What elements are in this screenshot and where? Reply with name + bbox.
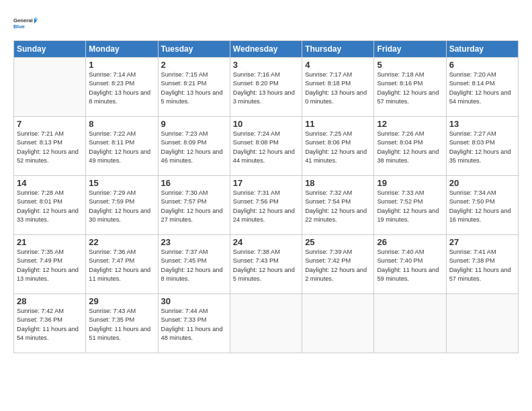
svg-text:Blue: Blue — [13, 24, 25, 30]
day-number: 17 — [233, 178, 299, 188]
calendar-week-1: 1Sunrise: 7:14 AM Sunset: 8:23 PM Daylig… — [14, 58, 519, 117]
day-number: 26 — [377, 237, 443, 247]
svg-text:General: General — [13, 17, 33, 24]
day-number: 11 — [305, 119, 371, 129]
day-info: Sunrise: 7:33 AM Sunset: 7:52 PM Dayligh… — [377, 189, 443, 224]
day-number: 21 — [17, 237, 83, 247]
day-info: Sunrise: 7:28 AM Sunset: 8:01 PM Dayligh… — [17, 189, 83, 224]
calendar-cell: 29Sunrise: 7:43 AM Sunset: 7:35 PM Dayli… — [86, 294, 158, 353]
day-number: 18 — [305, 178, 371, 188]
calendar-cell: 28Sunrise: 7:42 AM Sunset: 7:36 PM Dayli… — [14, 294, 86, 353]
calendar-cell: 12Sunrise: 7:26 AM Sunset: 8:04 PM Dayli… — [374, 117, 446, 176]
logo: GeneralBlue — [13, 11, 38, 35]
day-info: Sunrise: 7:18 AM Sunset: 8:16 PM Dayligh… — [377, 71, 443, 106]
day-info: Sunrise: 7:43 AM Sunset: 7:35 PM Dayligh… — [89, 307, 154, 342]
calendar-cell — [302, 294, 374, 353]
calendar-cell: 14Sunrise: 7:28 AM Sunset: 8:01 PM Dayli… — [14, 176, 86, 235]
day-info: Sunrise: 7:40 AM Sunset: 7:40 PM Dayligh… — [377, 248, 443, 283]
day-info: Sunrise: 7:36 AM Sunset: 7:47 PM Dayligh… — [89, 248, 154, 283]
calendar-cell: 9Sunrise: 7:23 AM Sunset: 8:09 PM Daylig… — [158, 117, 230, 176]
day-info: Sunrise: 7:39 AM Sunset: 7:42 PM Dayligh… — [305, 248, 371, 283]
calendar-cell: 6Sunrise: 7:20 AM Sunset: 8:14 PM Daylig… — [446, 58, 518, 117]
calendar-cell — [446, 294, 518, 353]
day-number: 4 — [305, 60, 371, 70]
day-info: Sunrise: 7:42 AM Sunset: 7:36 PM Dayligh… — [17, 307, 83, 342]
calendar-cell — [374, 294, 446, 353]
day-info: Sunrise: 7:21 AM Sunset: 8:13 PM Dayligh… — [17, 130, 83, 165]
day-number: 6 — [449, 60, 515, 70]
calendar-cell: 8Sunrise: 7:22 AM Sunset: 8:11 PM Daylig… — [86, 117, 158, 176]
calendar-cell: 11Sunrise: 7:25 AM Sunset: 8:06 PM Dayli… — [302, 117, 374, 176]
calendar-week-2: 7Sunrise: 7:21 AM Sunset: 8:13 PM Daylig… — [14, 117, 519, 176]
calendar-cell: 5Sunrise: 7:18 AM Sunset: 8:16 PM Daylig… — [374, 58, 446, 117]
day-number: 20 — [449, 178, 515, 188]
day-info: Sunrise: 7:37 AM Sunset: 7:45 PM Dayligh… — [161, 248, 227, 283]
calendar-cell: 17Sunrise: 7:31 AM Sunset: 7:56 PM Dayli… — [230, 176, 302, 235]
day-number: 27 — [449, 237, 515, 247]
day-number: 24 — [233, 237, 299, 247]
calendar-cell: 23Sunrise: 7:37 AM Sunset: 7:45 PM Dayli… — [158, 235, 230, 294]
day-number: 3 — [233, 60, 299, 70]
day-info: Sunrise: 7:14 AM Sunset: 8:23 PM Dayligh… — [89, 71, 154, 106]
day-info: Sunrise: 7:23 AM Sunset: 8:09 PM Dayligh… — [161, 130, 227, 165]
calendar-cell — [14, 58, 86, 117]
col-header-thursday: Thursday — [302, 41, 374, 58]
day-number: 23 — [161, 237, 227, 247]
day-number: 12 — [377, 119, 443, 129]
day-info: Sunrise: 7:16 AM Sunset: 8:20 PM Dayligh… — [233, 71, 299, 106]
calendar-week-3: 14Sunrise: 7:28 AM Sunset: 8:01 PM Dayli… — [14, 176, 519, 235]
day-number: 16 — [161, 178, 227, 188]
col-header-sunday: Sunday — [14, 41, 86, 58]
col-header-tuesday: Tuesday — [158, 41, 230, 58]
day-info: Sunrise: 7:24 AM Sunset: 8:08 PM Dayligh… — [233, 130, 299, 165]
day-number: 14 — [17, 178, 83, 188]
day-number: 8 — [89, 119, 154, 129]
calendar-cell: 26Sunrise: 7:40 AM Sunset: 7:40 PM Dayli… — [374, 235, 446, 294]
calendar-cell: 18Sunrise: 7:32 AM Sunset: 7:54 PM Dayli… — [302, 176, 374, 235]
day-number: 1 — [89, 60, 154, 70]
calendar-cell: 3Sunrise: 7:16 AM Sunset: 8:20 PM Daylig… — [230, 58, 302, 117]
day-info: Sunrise: 7:31 AM Sunset: 7:56 PM Dayligh… — [233, 189, 299, 224]
day-number: 30 — [161, 296, 227, 306]
day-info: Sunrise: 7:35 AM Sunset: 7:49 PM Dayligh… — [17, 248, 83, 283]
day-number: 10 — [233, 119, 299, 129]
svg-marker-3 — [35, 17, 38, 22]
day-info: Sunrise: 7:26 AM Sunset: 8:04 PM Dayligh… — [377, 130, 443, 165]
day-info: Sunrise: 7:41 AM Sunset: 7:38 PM Dayligh… — [449, 248, 515, 283]
day-info: Sunrise: 7:20 AM Sunset: 8:14 PM Dayligh… — [449, 71, 515, 106]
day-info: Sunrise: 7:17 AM Sunset: 8:18 PM Dayligh… — [305, 71, 371, 106]
day-info: Sunrise: 7:27 AM Sunset: 8:03 PM Dayligh… — [449, 130, 515, 165]
calendar-header-row: SundayMondayTuesdayWednesdayThursdayFrid… — [14, 41, 519, 58]
day-number: 19 — [377, 178, 443, 188]
calendar-cell: 25Sunrise: 7:39 AM Sunset: 7:42 PM Dayli… — [302, 235, 374, 294]
calendar: SundayMondayTuesdayWednesdayThursdayFrid… — [13, 40, 519, 353]
calendar-cell — [230, 294, 302, 353]
day-number: 5 — [377, 60, 443, 70]
calendar-cell: 19Sunrise: 7:33 AM Sunset: 7:52 PM Dayli… — [374, 176, 446, 235]
day-info: Sunrise: 7:34 AM Sunset: 7:50 PM Dayligh… — [449, 189, 515, 224]
day-info: Sunrise: 7:15 AM Sunset: 8:21 PM Dayligh… — [161, 71, 227, 106]
day-info: Sunrise: 7:38 AM Sunset: 7:43 PM Dayligh… — [233, 248, 299, 283]
day-number: 28 — [17, 296, 83, 306]
calendar-cell: 16Sunrise: 7:30 AM Sunset: 7:57 PM Dayli… — [158, 176, 230, 235]
calendar-cell: 15Sunrise: 7:29 AM Sunset: 7:59 PM Dayli… — [86, 176, 158, 235]
col-header-wednesday: Wednesday — [230, 41, 302, 58]
page: GeneralBlue SundayMondayTuesdayWednesday… — [0, 0, 532, 411]
calendar-cell: 21Sunrise: 7:35 AM Sunset: 7:49 PM Dayli… — [14, 235, 86, 294]
calendar-cell: 13Sunrise: 7:27 AM Sunset: 8:03 PM Dayli… — [446, 117, 518, 176]
calendar-cell: 20Sunrise: 7:34 AM Sunset: 7:50 PM Dayli… — [446, 176, 518, 235]
day-info: Sunrise: 7:29 AM Sunset: 7:59 PM Dayligh… — [89, 189, 154, 224]
calendar-week-4: 21Sunrise: 7:35 AM Sunset: 7:49 PM Dayli… — [14, 235, 519, 294]
day-number: 9 — [161, 119, 227, 129]
day-number: 7 — [17, 119, 83, 129]
calendar-week-5: 28Sunrise: 7:42 AM Sunset: 7:36 PM Dayli… — [14, 294, 519, 353]
day-info: Sunrise: 7:25 AM Sunset: 8:06 PM Dayligh… — [305, 130, 371, 165]
day-number: 25 — [305, 237, 371, 247]
day-number: 29 — [89, 296, 154, 306]
col-header-friday: Friday — [374, 41, 446, 58]
day-number: 22 — [89, 237, 154, 247]
day-number: 15 — [89, 178, 154, 188]
day-info: Sunrise: 7:44 AM Sunset: 7:33 PM Dayligh… — [161, 307, 227, 342]
calendar-cell: 4Sunrise: 7:17 AM Sunset: 8:18 PM Daylig… — [302, 58, 374, 117]
day-number: 13 — [449, 119, 515, 129]
